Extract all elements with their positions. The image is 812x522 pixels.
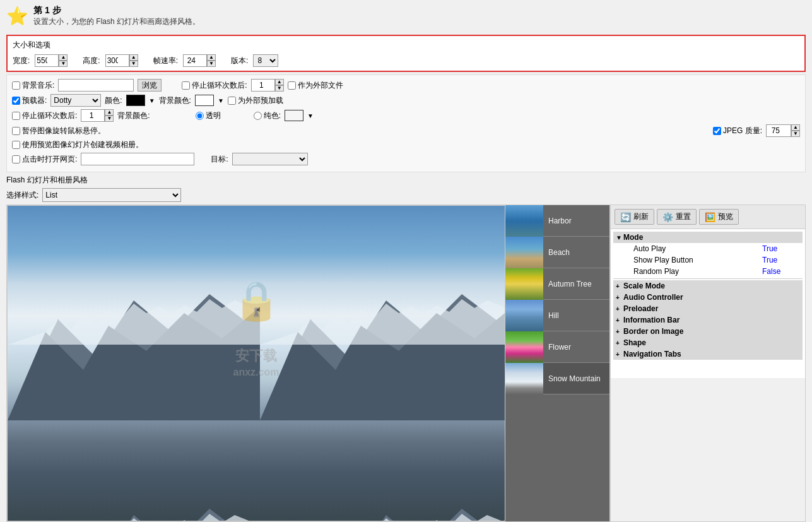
thumb-label-beach: Beach (543, 248, 607, 257)
tree-mode-header[interactable]: ▼ Mode (613, 232, 803, 243)
options-row-1: 背景音乐: 浏览 停止循环次数后: ▲ ▼ 作为外部文件 (12, 79, 800, 92)
color-picker-black[interactable] (126, 95, 145, 106)
solid-radio[interactable] (254, 112, 262, 120)
border-expand-icon[interactable]: + (616, 328, 623, 335)
mode-expand-icon[interactable]: ▼ (616, 234, 623, 241)
tree-random-play[interactable]: Random Play False (613, 266, 803, 277)
info-expand-icon[interactable]: + (616, 317, 623, 324)
use-preview-label[interactable]: 使用预览图像幻灯片创建视频相册。 (12, 139, 143, 150)
reset-button[interactable]: ⚙️ 重置 (657, 209, 697, 225)
fps-up[interactable]: ▲ (207, 54, 216, 61)
browse-button[interactable]: 浏览 (138, 79, 162, 92)
preview-container: 安下载 anxz.com 🔒 Harbor Beach Autum (6, 205, 610, 522)
jpeg-input[interactable] (766, 124, 791, 137)
preview-button[interactable]: 🖼️ 预览 (699, 209, 739, 225)
bg-color2-label: 背景颜色: (117, 110, 150, 121)
stop-loop-down[interactable]: ▼ (275, 85, 284, 92)
jpeg-quality-checkbox[interactable] (713, 127, 721, 135)
open-url-checkbox[interactable] (12, 155, 20, 163)
shape-key: Shape (623, 338, 800, 347)
width-down[interactable]: ▼ (59, 61, 68, 67)
version-select[interactable]: 8 9 10 (253, 54, 278, 67)
thumb-item-autumn[interactable]: Autumn Tree (505, 268, 609, 300)
scale-expand-icon[interactable]: + (616, 283, 623, 290)
tree-scale-mode[interactable]: + Scale Mode (613, 280, 803, 292)
shape-expand-icon[interactable]: + (616, 340, 623, 347)
tree-border[interactable]: + Border on Image (613, 326, 803, 337)
width-spinner: ▲ ▼ (59, 54, 68, 67)
jpeg-down[interactable]: ▼ (791, 131, 800, 137)
tree-info-bar[interactable]: + Information Bar (613, 314, 803, 326)
preloader-checkbox-label[interactable]: 预载器: (12, 95, 47, 106)
thumbnail-list: Harbor Beach Autumn Tree Hill Flower (505, 205, 609, 521)
thumb-label-flower: Flower (543, 343, 607, 352)
fps-input[interactable] (183, 54, 207, 67)
tree-nav-tabs[interactable]: + Navigation Tabs (613, 348, 803, 360)
height-up[interactable]: ▲ (129, 54, 138, 61)
thumb-item-flower[interactable]: Flower (505, 331, 609, 363)
external-file-checkbox[interactable] (288, 81, 296, 90)
stop-loop2-label[interactable]: 停止循环次数后: (12, 110, 77, 121)
thumb-item-snow[interactable]: Snow Mountain (505, 363, 609, 394)
solid-color-picker[interactable] (285, 110, 303, 121)
external-preload-checkbox[interactable] (228, 97, 236, 105)
audio-expand-icon[interactable]: + (616, 294, 623, 301)
transparent-label[interactable]: 透明 (196, 110, 221, 121)
style-row: 选择样式: List Grid Fade Slide (6, 188, 806, 202)
target-select[interactable]: _blank _self (232, 153, 308, 165)
fps-down[interactable]: ▼ (207, 61, 216, 67)
style-select[interactable]: List Grid Fade Slide (42, 188, 181, 202)
bg-color-picker[interactable] (195, 95, 214, 106)
open-url-label[interactable]: 点击时打开网页: (12, 154, 77, 165)
solid-label[interactable]: 纯色: (254, 110, 281, 121)
tree-shape[interactable]: + Shape (613, 337, 803, 348)
width-up[interactable]: ▲ (59, 54, 68, 61)
thumb-label-snow: Snow Mountain (543, 374, 607, 383)
transparent-radio[interactable] (196, 112, 204, 120)
preloader-expand-icon[interactable]: + (616, 305, 623, 312)
preloader-select[interactable]: Dotty Bar None (50, 94, 101, 107)
app-container: ⭐ 第 1 步 设置大小，为您的 Flash 幻灯片和画廊选择风格。 大小和选项… (0, 0, 812, 522)
bg-music-checkbox-label[interactable]: 背景音乐: (12, 80, 54, 91)
height-down[interactable]: ▼ (129, 61, 138, 67)
bg-music-label: 背景音乐: (22, 80, 54, 91)
tree-audio-controller[interactable]: + Audio Controller (613, 292, 803, 303)
tree-show-play[interactable]: Show Play Button True (613, 254, 803, 266)
stop-loop2-down[interactable]: ▼ (105, 116, 114, 122)
width-input[interactable] (35, 54, 59, 67)
thumb-item-beach[interactable]: Beach (505, 237, 609, 268)
stop-loop-checkbox[interactable] (182, 81, 190, 90)
bg-music-checkbox[interactable] (12, 81, 20, 90)
thumb-item-hill[interactable]: Hill (505, 300, 609, 331)
height-input-group: ▲ ▼ (105, 54, 138, 67)
tree-auto-play[interactable]: Auto Play True (613, 243, 803, 254)
pause-label[interactable]: 暂停图像旋转鼠标悬停。 (12, 126, 105, 136)
stop-loop2-input[interactable] (81, 109, 105, 122)
external-preload-label[interactable]: 为外部预加载 (228, 95, 283, 106)
preloader-label: 预载器: (22, 95, 47, 106)
version-label: 版本: (231, 56, 248, 66)
use-preview-checkbox[interactable] (12, 141, 20, 149)
stop-loop2-up[interactable]: ▲ (105, 109, 114, 116)
auto-play-key: Auto Play (633, 244, 762, 253)
mountain-overlay (8, 206, 505, 521)
jpeg-quality-label[interactable]: JPEG 质量: (713, 126, 762, 136)
stop-loop-up[interactable]: ▲ (275, 79, 284, 85)
stop-loop-label[interactable]: 停止循环次数后: (182, 80, 247, 91)
stop-loop-input[interactable] (251, 79, 275, 92)
external-file-label[interactable]: 作为外部文件 (288, 80, 343, 91)
reset-icon: ⚙️ (662, 212, 673, 222)
size-panel-title: 大小和选项 (13, 40, 799, 50)
show-play-value: True (762, 256, 800, 264)
url-input[interactable] (81, 153, 194, 165)
stop-loop2-checkbox[interactable] (12, 112, 20, 120)
refresh-button[interactable]: 🔄 刷新 (615, 209, 654, 225)
preloader-checkbox[interactable] (12, 97, 20, 105)
height-input[interactable] (105, 54, 129, 67)
nav-expand-icon[interactable]: + (616, 351, 623, 358)
jpeg-up[interactable]: ▲ (791, 124, 800, 131)
pause-checkbox[interactable] (12, 127, 20, 135)
thumb-item-harbor[interactable]: Harbor (505, 205, 609, 237)
bg-music-input[interactable] (58, 79, 134, 92)
tree-preloader[interactable]: + Preloader (613, 303, 803, 314)
